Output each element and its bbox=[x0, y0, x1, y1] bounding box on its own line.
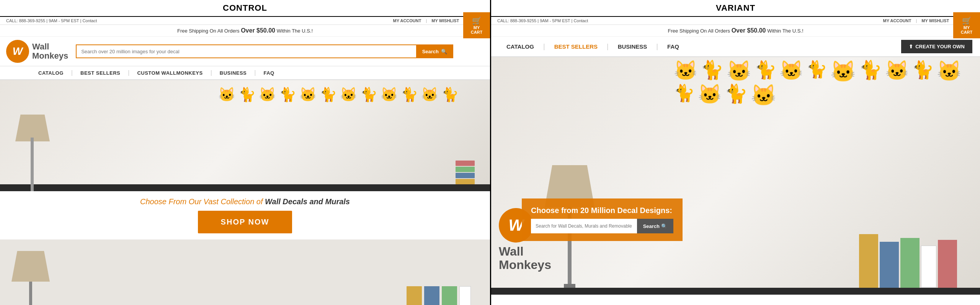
control-bottom-books bbox=[407, 286, 471, 305]
control-logo-monkeys: Monkeys bbox=[32, 51, 68, 61]
control-my-wishlist-link[interactable]: MY WISHLIST bbox=[431, 18, 459, 23]
control-nav-faq[interactable]: FAQ bbox=[263, 70, 274, 76]
variant-cat-3: 🐱 bbox=[727, 61, 751, 82]
control-tagline-text: Choose From Our Vast Collection of bbox=[140, 197, 263, 206]
control-shipping-text: Free Shipping On All Orders bbox=[177, 28, 240, 34]
book-2 bbox=[456, 173, 475, 178]
variant-nav-business[interactable]: BUSINESS bbox=[610, 42, 655, 51]
variant-cat-2: 🐈 bbox=[701, 61, 724, 82]
variant-label: VARIANT bbox=[491, 0, 980, 17]
variant-lamp-base bbox=[564, 284, 575, 288]
variant-book-2 bbox=[880, 242, 899, 288]
variant-shelf bbox=[491, 288, 980, 295]
cat-5: 🐱 bbox=[299, 88, 317, 102]
control-logo: W Wall Monkeys bbox=[6, 40, 68, 63]
variant-logo-mark: W bbox=[508, 216, 524, 234]
variant-create-own-icon: ⬆ bbox=[909, 44, 913, 49]
variant-cat-8: 🐈 bbox=[859, 61, 882, 82]
bottom-book-3 bbox=[442, 286, 457, 305]
variant-hero-content: 🐱 🐈 🐱 🐈 🐱 🐈 🐱 🐈 🐱 🐈 🐱 🐈 🐱 🐈 🐱 bbox=[491, 57, 980, 295]
cat-2: 🐈 bbox=[238, 88, 256, 102]
variant-sep1: | bbox=[916, 18, 917, 23]
cat-8: 🐈 bbox=[360, 88, 377, 102]
control-middle-cta: Choose From Our Vast Collection of Wall … bbox=[0, 191, 490, 239]
variant-cat-5: 🐱 bbox=[779, 61, 803, 82]
control-label: CONTROL bbox=[0, 0, 490, 17]
control-lamp-stand bbox=[31, 138, 34, 191]
control-bottom-lamp-stand bbox=[29, 282, 32, 305]
book-4 bbox=[456, 161, 475, 166]
control-nav-custom[interactable]: CUSTOM WALLMONKEYS bbox=[137, 70, 203, 76]
control-top-bar: CALL: 888-369-9255 | 9AM - 5PM EST | Con… bbox=[0, 17, 490, 25]
variant-search-overlay: Choose from 20 Million Decal Designs: Se… bbox=[522, 198, 683, 241]
control-nav-catalog[interactable]: CATALOG bbox=[38, 70, 64, 76]
variant-create-own-button[interactable]: ⬆ CREATE YOUR OWN bbox=[901, 40, 972, 53]
control-nav-best-sellers[interactable]: BEST SELLERS bbox=[80, 70, 120, 76]
control-logo-mark: W bbox=[13, 45, 23, 57]
variant-search-label: Search bbox=[643, 223, 660, 229]
variant-contact-link[interactable]: Contact bbox=[573, 18, 588, 23]
control-my-account-link[interactable]: MY ACCOUNT bbox=[393, 18, 421, 23]
variant-shipping-amount: Over $50.00 bbox=[732, 27, 766, 34]
control-search-label: Search bbox=[422, 49, 439, 54]
cat-11: 🐱 bbox=[421, 88, 438, 102]
control-cart-label: MY CART bbox=[471, 25, 483, 34]
variant-nav-faq[interactable]: FAQ bbox=[660, 42, 687, 51]
control-shipping-bar: Free Shipping On All Orders Over $50.00 … bbox=[0, 25, 490, 37]
variant-nav-best-sellers[interactable]: BEST SELLERS bbox=[547, 42, 605, 51]
book-3 bbox=[456, 167, 475, 172]
variant-my-wishlist-link[interactable]: MY WISHLIST bbox=[921, 18, 949, 23]
variant-cat-6: 🐈 bbox=[806, 61, 827, 82]
control-logo-circle: W bbox=[6, 40, 29, 63]
control-nav-sep3: | bbox=[211, 69, 212, 76]
variant-cat-14: 🐈 bbox=[725, 85, 748, 105]
control-hours: 9AM - 5PM EST bbox=[49, 18, 79, 23]
control-shipping-amount: Over $50.00 bbox=[241, 27, 275, 34]
cat-6: 🐈 bbox=[320, 88, 337, 102]
variant-hours: 9AM - 5PM EST bbox=[540, 18, 570, 23]
control-bottom-lamp-shade bbox=[11, 251, 50, 282]
control-search-input[interactable] bbox=[76, 44, 416, 58]
control-shop-now-button[interactable]: SHOP NOW bbox=[198, 211, 292, 233]
control-phone-info: CALL: 888-369-9255 | 9AM - 5PM EST | Con… bbox=[6, 18, 97, 23]
control-search-icon: 🔍 bbox=[441, 49, 447, 54]
control-contact-link[interactable]: Contact bbox=[82, 18, 97, 23]
variant-shipping-text: Free Shipping On All Orders bbox=[668, 28, 730, 34]
variant-nav-catalog[interactable]: CATALOG bbox=[499, 42, 542, 51]
variant-book-3 bbox=[900, 238, 920, 288]
control-hero-top: 🐱 🐈 🐱 🐈 🐱 🐈 🐱 🐈 🐱 🐈 🐱 🐈 bbox=[0, 80, 490, 191]
book-1 bbox=[456, 179, 475, 184]
control-search-button[interactable]: Search 🔍 bbox=[416, 44, 453, 58]
variant-logo-text: Wall Monkeys bbox=[499, 245, 551, 272]
control-nav-sep2: | bbox=[128, 69, 129, 76]
control-shipping-suffix: Within The U.S.! bbox=[277, 28, 313, 34]
variant-cart-button[interactable]: 🛒 MY CART bbox=[953, 12, 980, 38]
control-nav-business[interactable]: BUSINESS bbox=[220, 70, 247, 76]
variant-cat-13: 🐱 bbox=[698, 85, 722, 105]
variant-cat-11: 🐱 bbox=[937, 61, 962, 82]
variant-phone-info: CALL: 888-369-9255 | 9AM - 5PM EST | Con… bbox=[497, 18, 588, 23]
variant-nav-sep3: | bbox=[656, 43, 658, 51]
control-nav-sep1: | bbox=[71, 69, 73, 76]
variant-search-input[interactable] bbox=[531, 219, 637, 233]
variant-search-button[interactable]: Search 🔍 bbox=[637, 219, 673, 233]
cat-1: 🐱 bbox=[218, 88, 235, 102]
cat-3: 🐱 bbox=[259, 88, 276, 102]
variant-book-5 bbox=[938, 240, 957, 288]
variant-cart-icon: 🛒 bbox=[959, 16, 975, 25]
control-logo-search-bar: W Wall Monkeys Search 🔍 bbox=[0, 37, 490, 66]
variant-hero: 🐱 🐈 🐱 🐈 🐱 🐈 🐱 🐈 🐱 🐈 🐱 🐈 🐱 🐈 🐱 bbox=[491, 57, 980, 295]
control-logo-wall: Wall bbox=[32, 42, 68, 51]
variant-panel: VARIANT CALL: 888-369-9255 | 9AM - 5PM E… bbox=[490, 0, 980, 305]
variant-search-icon: 🔍 bbox=[661, 223, 667, 229]
control-cart-button[interactable]: 🛒 MY CART bbox=[463, 12, 490, 38]
control-tagline: Choose From Our Vast Collection of Wall … bbox=[6, 197, 484, 206]
variant-create-own-label: CREATE YOUR OWN bbox=[915, 44, 965, 49]
control-tagline-bold: Wall Decals and Murals bbox=[265, 197, 350, 206]
variant-my-account-link[interactable]: MY ACCOUNT bbox=[883, 18, 911, 23]
variant-cat-15: 🐱 bbox=[751, 85, 776, 105]
variant-cat-4: 🐈 bbox=[755, 61, 776, 82]
bottom-book-1 bbox=[407, 286, 422, 305]
control-cat-group: 🐱 🐈 🐱 🐈 🐱 🐈 🐱 🐈 🐱 🐈 🐱 🐈 bbox=[214, 84, 482, 191]
variant-shipping-suffix: Within The U.S.! bbox=[767, 28, 803, 34]
